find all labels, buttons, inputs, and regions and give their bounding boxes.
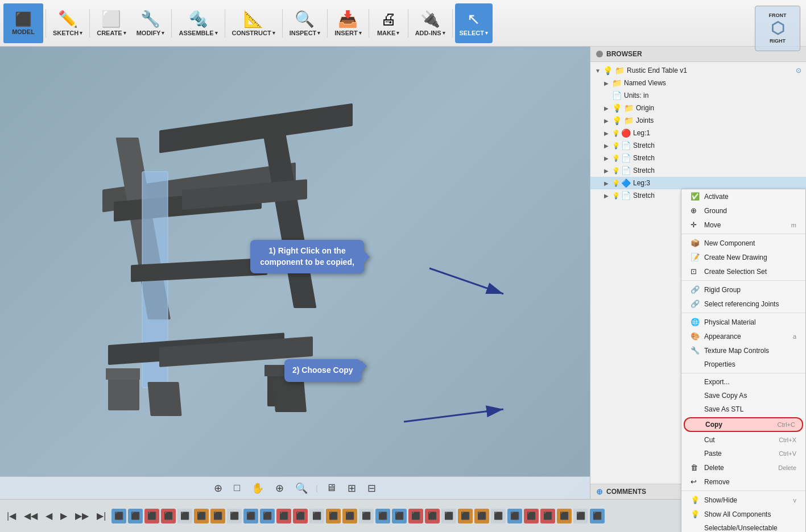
tl-item-7[interactable]: ⬛ <box>210 509 225 523</box>
stretch1-label: Stretch <box>633 142 801 149</box>
delete-label: Delete <box>704 464 767 472</box>
tree-row-stretch3[interactable]: ▶ 💡 📄 Stretch <box>590 164 806 177</box>
viewport[interactable]: 1) Right Click on the component to be co… <box>0 47 590 499</box>
home-control[interactable]: □ <box>230 481 243 495</box>
construct-button[interactable]: 📐 CONSTRUCT▾ <box>228 3 280 43</box>
view-control[interactable]: ⊟ <box>364 481 379 496</box>
grid-control[interactable]: ⊞ <box>344 481 359 496</box>
sketch-button[interactable]: ✏️ SKETCH▾ <box>48 3 87 43</box>
timeline-back[interactable]: ◀ <box>43 509 55 522</box>
timeline-end[interactable]: ▶| <box>94 509 108 522</box>
tl-item-20[interactable]: ⬛ <box>425 509 440 523</box>
timeline-forward[interactable]: ▶▶ <box>73 509 91 522</box>
tl-item-1[interactable]: ⬛ <box>111 509 126 523</box>
cm-physical-material[interactable]: 🌐 Physical Material <box>681 315 805 329</box>
cm-properties[interactable]: Properties <box>681 358 805 371</box>
tl-item-3[interactable]: ⬛ <box>144 509 159 523</box>
addins-button[interactable]: 🔌 ADD-INS▾ <box>411 3 450 43</box>
tl-item-13[interactable]: ⬛ <box>309 509 324 523</box>
tl-item-28[interactable]: ⬛ <box>557 509 572 523</box>
cm-move[interactable]: ✛ Move m <box>681 218 805 232</box>
tl-item-8[interactable]: ⬛ <box>227 509 242 523</box>
select-button[interactable]: ↖ SELECT▾ <box>455 3 493 43</box>
cm-rigid-group[interactable]: 🔗 Rigid Group <box>681 282 805 297</box>
tl-item-23[interactable]: ⬛ <box>474 509 489 523</box>
model-label[interactable]: MODEL <box>12 28 35 35</box>
tree-row-stretch1[interactable]: ▶ 💡 📄 Stretch <box>590 139 806 152</box>
cm-appearance[interactable]: 🎨 Appearance a <box>681 329 805 343</box>
tl-item-2[interactable]: ⬛ <box>128 509 143 523</box>
fit-control[interactable]: ⊕ <box>272 481 287 496</box>
cm-cut[interactable]: Cut Ctrl+X <box>681 433 805 447</box>
tl-item-19[interactable]: ⬛ <box>408 509 423 523</box>
tree-row-root[interactable]: ▼ 💡 📁 Rustic End Table v1 ⊙ <box>590 64 806 77</box>
tl-item-11[interactable]: ⬛ <box>276 509 291 523</box>
zoom-control[interactable]: 🔍 <box>292 481 311 496</box>
tl-item-29[interactable]: ⬛ <box>573 509 588 523</box>
cm-export[interactable]: Export... <box>681 375 805 389</box>
create-button[interactable]: ⬜ CREATE▾ <box>92 3 130 43</box>
tl-item-22[interactable]: ⬛ <box>458 509 473 523</box>
tree-row-joints[interactable]: ▶ 💡 📁 Joints <box>590 114 806 127</box>
tl-item-26[interactable]: ⬛ <box>524 509 539 523</box>
tl-item-18[interactable]: ⬛ <box>392 509 407 523</box>
tl-item-17[interactable]: ⬛ <box>375 509 390 523</box>
cm-paste[interactable]: Paste Ctrl+V <box>681 447 805 460</box>
paste-shortcut: Ctrl+V <box>779 450 796 457</box>
root-icon: 💡 <box>603 66 613 75</box>
timeline-play[interactable]: ▶ <box>58 509 69 522</box>
cm-show-hide[interactable]: 💡 Show/Hide v <box>681 493 805 507</box>
tree-row-leg1[interactable]: ▶ 💡 🔴 Leg:1 <box>590 127 806 139</box>
tl-item-21[interactable]: ⬛ <box>441 509 456 523</box>
tl-item-25[interactable]: ⬛ <box>507 509 522 523</box>
assemble-button[interactable]: 🔩 ASSEMBLE▾ <box>174 3 222 43</box>
tl-item-24[interactable]: ⬛ <box>491 509 506 523</box>
tl-item-14[interactable]: ⬛ <box>326 509 341 523</box>
cm-create-new-drawing[interactable]: 📝 Create New Drawing <box>681 250 805 264</box>
cm-create-selection-set[interactable]: ⊡ Create Selection Set <box>681 264 805 279</box>
tl-item-27[interactable]: ⬛ <box>540 509 555 523</box>
cm-copy[interactable]: Copy Ctrl+C <box>684 417 803 432</box>
cm-selectable[interactable]: Selectable/Unselectable <box>681 521 805 532</box>
tree-row-leg3[interactable]: ▶ 💡 🔷 Leg:3 <box>590 177 806 189</box>
tree-row-named-views[interactable]: ▶ 📁 Named Views <box>590 77 806 89</box>
cm-remove[interactable]: ↩ Remove <box>681 475 805 489</box>
timeline-prev[interactable]: ◀◀ <box>22 509 40 522</box>
browser-collapse-dot[interactable] <box>596 51 603 57</box>
model-button[interactable]: ⬛ MODEL <box>3 3 43 43</box>
cm-new-component[interactable]: 📦 New Component <box>681 236 805 250</box>
inspect-button[interactable]: 🔍 INSPECT▾ <box>285 3 325 43</box>
named-views-label: Named Views <box>624 79 801 87</box>
comments-plus-icon[interactable]: ⊕ <box>596 487 603 496</box>
cm-ground[interactable]: ⊕ Ground <box>681 203 805 218</box>
pan-control[interactable]: ✋ <box>248 481 267 496</box>
orbit-control[interactable]: ⊕ <box>210 481 226 496</box>
cm-delete[interactable]: 🗑 Delete Delete <box>681 460 805 475</box>
tree-row-stretch2[interactable]: ▶ 💡 📄 Stretch <box>590 152 806 164</box>
select-joints-icon: 🔗 <box>691 300 701 308</box>
tl-item-5[interactable]: ⬛ <box>177 509 192 523</box>
tree-row-units[interactable]: ▶ 📄 Units: in <box>590 89 806 102</box>
tl-item-12[interactable]: ⬛ <box>293 509 308 523</box>
cm-texture-map[interactable]: 🔧 Texture Map Controls <box>681 343 805 358</box>
modify-button[interactable]: 🔧 MODIFY▾ <box>132 3 170 43</box>
display-mode[interactable]: 🖥 <box>323 481 340 495</box>
tl-item-9[interactable]: ⬛ <box>243 509 258 523</box>
tl-item-4[interactable]: ⬛ <box>161 509 176 523</box>
insert-button[interactable]: 📥 INSERT▾ <box>330 3 366 43</box>
tl-item-10[interactable]: ⬛ <box>260 509 275 523</box>
navigation-cube[interactable]: FRONT ⬡ RIGHT <box>755 6 800 51</box>
toolbar-separator-5 <box>282 9 283 38</box>
cm-save-copy-as[interactable]: Save Copy As <box>681 389 805 402</box>
cm-show-all[interactable]: 💡 Show All Components <box>681 507 805 521</box>
tree-row-origin[interactable]: ▶ 💡 📁 Origin <box>590 102 806 114</box>
tl-item-30[interactable]: ⬛ <box>590 509 605 523</box>
cm-activate[interactable]: ✅ Activate <box>681 189 805 203</box>
cm-select-referencing-joints[interactable]: 🔗 Select referencing Joints <box>681 297 805 311</box>
make-button[interactable]: 🖨 MAKE▾ <box>371 3 406 43</box>
cm-save-as-stl[interactable]: Save As STL <box>681 402 805 416</box>
tl-item-16[interactable]: ⬛ <box>359 509 374 523</box>
tl-item-15[interactable]: ⬛ <box>342 509 357 523</box>
timeline-start[interactable]: |◀ <box>5 509 18 522</box>
tl-item-6[interactable]: ⬛ <box>194 509 209 523</box>
